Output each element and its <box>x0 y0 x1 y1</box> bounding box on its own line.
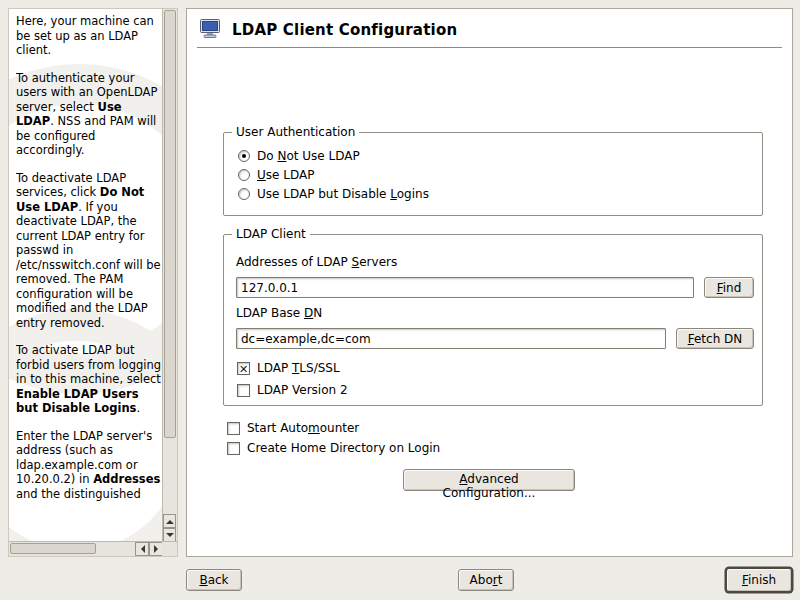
checkbox-label: LDAP Version 2 <box>257 383 348 397</box>
horizontal-scrollbar-thumb[interactable] <box>10 543 96 554</box>
help-horizontal-scrollbar[interactable] <box>9 541 163 556</box>
left-arrow-icon <box>137 545 145 553</box>
group-legend-authentication: User Authentication <box>232 125 359 140</box>
computer-icon <box>199 17 223 43</box>
dialog-header: LDAP Client Configuration <box>199 17 457 43</box>
checkbox-icon[interactable] <box>227 422 240 435</box>
ldap-client-group: LDAP Client Addresses of LDAP Servers Fi… <box>223 234 763 406</box>
radio-icon[interactable] <box>238 150 250 162</box>
scroll-left-button[interactable] <box>135 542 149 556</box>
advanced-configuration-button[interactable]: Advanced Configuration... <box>403 469 575 491</box>
help-paragraph: To authenticate your users with an OpenL… <box>16 71 162 158</box>
help-vertical-scrollbar[interactable] <box>162 9 177 542</box>
checkbox-ldap-version-2[interactable]: LDAP Version 2 <box>237 383 348 397</box>
base-dn-label: LDAP Base DN <box>236 306 322 320</box>
help-panel: Here, your machine can be set up as an L… <box>8 8 178 557</box>
down-arrow-icon <box>166 533 174 541</box>
scrollbar-corner <box>162 541 177 556</box>
user-authentication-group: User Authentication Do Not Use LDAP Use … <box>223 132 763 216</box>
back-button[interactable]: Back <box>186 569 242 591</box>
fetch-dn-button[interactable]: Fetch DN <box>676 328 754 349</box>
scroll-right-button[interactable] <box>149 542 163 556</box>
radio-icon[interactable] <box>238 169 250 181</box>
checkbox-label: Create Home Directory on Login <box>247 441 440 455</box>
help-text: Here, your machine can be set up as an L… <box>16 14 162 536</box>
up-arrow-icon <box>166 516 174 524</box>
radio-icon[interactable] <box>238 188 250 200</box>
help-paragraph: Here, your machine can be set up as an L… <box>16 14 162 58</box>
radio-label: Use LDAP but Disable Logins <box>257 187 429 201</box>
checkbox-create-home-directory[interactable]: Create Home Directory on Login <box>227 441 440 455</box>
checkbox-ldap-tls-ssl[interactable]: LDAP TLS/SSL <box>237 361 340 375</box>
radio-use-ldap[interactable]: Use LDAP <box>238 168 314 182</box>
checkbox-start-automounter[interactable]: Start Automounter <box>227 421 359 435</box>
checkbox-icon[interactable] <box>227 442 240 455</box>
abort-button[interactable]: Abort <box>458 569 514 591</box>
header-divider <box>197 47 782 48</box>
servers-input[interactable] <box>236 277 694 298</box>
radio-label: Do Not Use LDAP <box>257 149 360 163</box>
radio-use-ldap-disable-logins[interactable]: Use LDAP but Disable Logins <box>238 187 429 201</box>
finish-button[interactable]: Finish <box>726 568 792 592</box>
vertical-scrollbar-thumb[interactable] <box>164 10 176 438</box>
group-legend-client: LDAP Client <box>232 227 310 242</box>
scroll-up-button[interactable] <box>163 514 176 528</box>
radio-do-not-use-ldap[interactable]: Do Not Use LDAP <box>238 149 360 163</box>
help-paragraph: Enter the LDAP server's address (such as… <box>16 429 162 502</box>
base-dn-input[interactable] <box>236 328 666 349</box>
checkbox-label: LDAP TLS/SSL <box>257 361 340 375</box>
right-arrow-icon <box>154 545 162 553</box>
checkbox-label: Start Automounter <box>247 421 359 435</box>
yast-window: Here, your machine can be set up as an L… <box>0 0 800 600</box>
servers-label: Addresses of LDAP Servers <box>236 255 397 269</box>
main-panel: LDAP Client Configuration User Authentic… <box>186 8 793 557</box>
checkbox-icon[interactable] <box>237 362 250 375</box>
help-paragraph: To deactivate LDAP services, click Do No… <box>16 171 162 331</box>
radio-label: Use LDAP <box>257 168 314 182</box>
help-paragraph: To activate LDAP but forbid users from l… <box>16 343 162 416</box>
scroll-down-button[interactable] <box>163 528 176 542</box>
find-button[interactable]: Find <box>704 277 754 298</box>
checkbox-icon[interactable] <box>237 384 250 397</box>
page-title: LDAP Client Configuration <box>232 21 457 39</box>
